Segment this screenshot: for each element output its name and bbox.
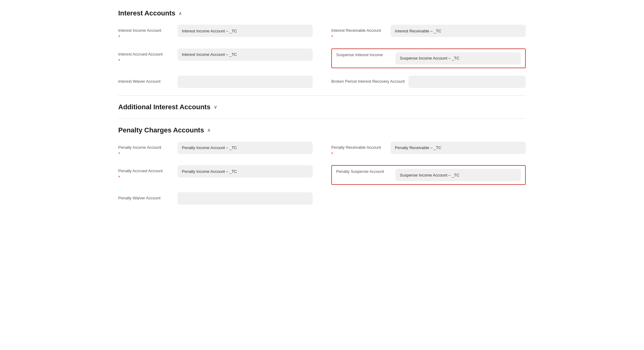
interest-accounts-fields: Interest Income Account * Interest Recei… [118, 25, 526, 88]
penalty-charges-accounts-section: Penalty Charges Accounts ∧ Penalty Incom… [118, 126, 526, 205]
interest-waiver-account-row: Interest Waiver Account [118, 76, 313, 88]
divider-2 [118, 119, 526, 119]
penalty-income-required: * [118, 151, 174, 158]
additional-interest-accounts-section: Additional Interest Accounts ∨ [118, 103, 526, 111]
interest-receivable-required: * [331, 34, 387, 41]
additional-interest-accounts-title: Additional Interest Accounts [118, 103, 211, 111]
divider-1 [118, 95, 526, 96]
interest-receivable-account-input[interactable] [391, 25, 526, 37]
interest-receivable-account-row: Interest Receivable Account * [331, 25, 526, 41]
penalty-waiver-account-label: Penalty Waiver Account [118, 192, 174, 201]
suspense-interest-income-group: Suspense Interest Income [331, 48, 526, 68]
penalty-accrued-account-label: Penalty Accrued Account * [118, 165, 174, 181]
broken-period-interest-label: Broken Period Interest Recovery Account [331, 76, 405, 84]
interest-income-account-input[interactable] [178, 25, 313, 37]
interest-accounts-section: Interest Accounts ∧ Interest Income Acco… [118, 9, 526, 88]
penalty-accrued-account-row: Penalty Accrued Account * [118, 165, 313, 185]
penalty-waiver-account-row: Penalty Waiver Account [118, 192, 313, 205]
penalty-accrued-account-input[interactable] [178, 165, 313, 177]
interest-receivable-account-label: Interest Receivable Account * [331, 25, 387, 41]
penalty-income-account-input[interactable] [178, 142, 313, 154]
penalty-receivable-account-row: Penalty Receivable Account * [331, 142, 526, 158]
penalty-charges-accounts-title: Penalty Charges Accounts [118, 126, 204, 134]
interest-accounts-header: Interest Accounts ∧ [118, 9, 526, 17]
interest-accounts-chevron[interactable]: ∧ [178, 10, 182, 16]
penalty-suspense-account-input[interactable] [395, 169, 521, 181]
interest-accrued-account-row: Interest Accrued Account * [118, 48, 313, 68]
interest-accrued-required: * [118, 58, 174, 65]
interest-waiver-account-input[interactable] [178, 76, 313, 88]
penalty-income-account-label: Penalty Income Account * [118, 142, 174, 158]
penalty-receivable-account-label: Penalty Receivable Account * [331, 142, 387, 158]
penalty-charges-fields: Penalty Income Account * Penalty Receiva… [118, 142, 526, 205]
penalty-suspense-account-label: Penalty Suspense Account [336, 169, 392, 174]
interest-accrued-account-label: Interest Accrued Account * [118, 48, 174, 65]
interest-income-account-row: Interest Income Account * [118, 25, 313, 41]
penalty-accrued-required: * [118, 174, 174, 181]
suspense-interest-income-input[interactable] [395, 52, 521, 65]
suspense-interest-income-label: Suspense Interest Income [336, 52, 392, 58]
page-container: Interest Accounts ∧ Interest Income Acco… [106, 0, 538, 221]
additional-interest-accounts-chevron[interactable]: ∨ [214, 104, 217, 110]
penalty-receivable-account-input[interactable] [391, 142, 526, 154]
penalty-income-account-row: Penalty Income Account * [118, 142, 313, 158]
interest-income-account-label: Interest Income Account * [118, 25, 174, 41]
interest-accrued-account-input[interactable] [178, 48, 313, 61]
penalty-suspense-account-group: Penalty Suspense Account [331, 165, 526, 185]
additional-interest-accounts-header: Additional Interest Accounts ∨ [118, 103, 526, 111]
interest-waiver-account-label: Interest Waiver Account [118, 76, 174, 84]
penalty-waiver-account-input[interactable] [178, 192, 313, 205]
interest-income-required: * [118, 34, 174, 41]
broken-period-interest-row: Broken Period Interest Recovery Account [331, 76, 526, 88]
broken-period-interest-input[interactable] [408, 76, 526, 88]
penalty-charges-accounts-header: Penalty Charges Accounts ∧ [118, 126, 526, 134]
penalty-charges-accounts-chevron[interactable]: ∧ [207, 127, 211, 133]
interest-accounts-title: Interest Accounts [118, 9, 175, 17]
penalty-receivable-required: * [331, 151, 387, 158]
